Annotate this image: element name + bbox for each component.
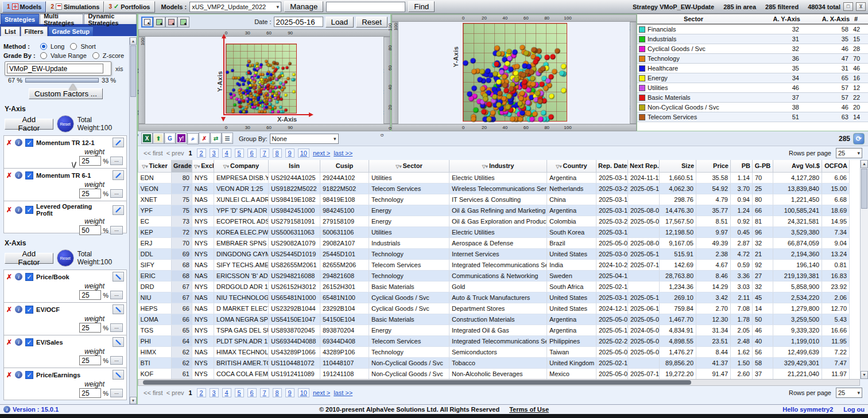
factor-info-icon[interactable]: i [15,206,22,214]
column-header-cusip[interactable]: Cusip [320,160,369,172]
filter-icon[interactable]: ▽▾ [223,164,229,169]
more-options-button[interactable]: ... [110,323,123,332]
weight-input[interactable] [79,225,101,235]
page-link-4[interactable]: 4 [222,149,231,158]
edit-factor-button[interactable] [113,337,124,347]
factor-checkbox[interactable]: ✓ [25,139,33,147]
column-header-isin[interactable]: Isin [269,160,320,172]
column-header-pb[interactable]: PB [731,160,753,172]
tab-grade-setup[interactable]: Grade Setup [48,26,94,36]
weight-input[interactable] [79,290,101,300]
edit-factor-button[interactable] [113,205,124,215]
factor-checkbox[interactable]: ✓ [25,306,33,314]
filter-icon[interactable]: ▽▾ [194,164,200,169]
method-short-radio[interactable] [70,43,77,50]
table-row[interactable]: KOF61NYSCOCA COLA FEMSAUS191241108919124… [138,368,850,379]
tab-multi-strategies[interactable]: Multi Strategies [40,14,83,24]
column-header-g-pb[interactable]: G-PB [753,160,773,172]
column-header-price[interactable]: Price [696,160,731,172]
factor-info-icon[interactable]: i [15,139,22,146]
window-dock-button[interactable]: ⊻ [856,2,866,11]
grid-vertical-scrollbar[interactable]: ▲ ▼ [860,160,868,379]
page-link-10[interactable]: 10 [298,388,309,397]
zoom-area-button[interactable]: ▲ [153,17,165,28]
factor-info-icon[interactable]: i [15,306,22,313]
app-tab-portfolios[interactable]: 3✓Portfolios [104,1,154,13]
page-link-9[interactable]: 9 [285,388,294,397]
page-link-4[interactable]: 4 [222,388,231,397]
table-row[interactable]: NIU67NASNIU TECHNOLOGIEUS65481N100065481… [138,292,850,303]
edit-factor-button[interactable] [113,370,124,380]
tab-filters[interactable]: Filters [21,26,48,36]
sector-row[interactable]: Technology364770 [637,54,868,64]
sector-row[interactable]: Energy346516 [637,73,868,83]
group-by-select[interactable]: None ▾ [270,134,339,144]
add-factor-button-y[interactable]: Add Factor [5,119,53,130]
page-link-8[interactable]: 8 [273,149,282,158]
preview-plot-canvas[interactable]: Y-Axis X-Axis [145,37,383,124]
remove-factor-icon[interactable]: ✗ [6,139,12,147]
last-page-link[interactable]: last >> [334,389,352,396]
column-header-company[interactable]: ▽▾Company [214,160,269,172]
scroll-up-icon[interactable]: ▲ [861,160,868,168]
col-count[interactable]: # [852,15,868,22]
column-header-ticker[interactable]: ▽▾Ticker [138,160,172,172]
load-button[interactable]: Load [326,17,354,28]
factor-checkbox[interactable]: ✓ [25,273,33,281]
grade-scatter-preview[interactable] [226,44,297,114]
window-restore-button[interactable]: □ [843,2,853,11]
remove-factor-icon[interactable]: ✗ [6,371,12,379]
weight-input[interactable] [79,189,101,198]
edit-factor-button[interactable] [113,272,124,282]
reset-weights-button-y[interactable]: Reset [57,115,74,132]
weight-input[interactable] [79,156,101,166]
scroll-down-icon[interactable]: ▼ [861,371,868,379]
edit-factor-button[interactable] [113,138,124,147]
sector-row[interactable]: Basic Materials375722 [637,93,868,103]
sector-row[interactable]: Utilities465712 [637,83,868,93]
strategy-name-input[interactable] [7,64,103,73]
select-area-button[interactable]: ▲ [141,17,153,28]
table-row[interactable]: TGS65NYSTSPA GAS DEL SURUS89387020458938… [138,325,850,335]
column-header-avg-vol-[interactable]: Avg Vol.$ [773,160,822,172]
last-page-link[interactable]: last >> [334,150,352,157]
next-page-link[interactable]: next > [313,150,330,157]
sector-row[interactable]: Non-Cyclical Goods / Svc384620 [637,103,868,112]
scrollbar-thumb[interactable] [130,45,136,97]
first-page-link[interactable]: << first [144,150,163,157]
column-header-rep-date[interactable]: Rep. Date [596,160,628,172]
sidebar-scrollbar[interactable]: ▲ ▼ [129,37,137,404]
scrollbar-thumb[interactable] [861,169,867,209]
table-row[interactable]: XNET75NASXUNLEI CL.A ADR 1:US98419E10829… [138,194,850,205]
col-a-y-axis[interactable]: A. Y-Axis [750,15,803,22]
factor-info-icon[interactable]: i [15,371,22,378]
reset-button[interactable]: Reset [356,17,388,28]
column-header-exch-[interactable]: ▽▾Exch. [192,160,214,172]
edit-factor-button[interactable] [113,304,124,314]
model-select[interactable]: xUS_VMP2_Update_2022 ▾ [189,2,281,12]
slider-thumb[interactable] [69,84,77,90]
table-row[interactable]: YPF75NYSYPF 'D' SPN.ADR 1:US984245100098… [138,205,850,216]
prev-page-link[interactable]: < prev [166,389,184,396]
clear-button[interactable]: ✗ [199,132,210,144]
table-row[interactable]: EC73NYSECOPETROL ADS 1:US279158109127915… [138,216,850,226]
yahoo-button[interactable]: y! [176,132,187,144]
remove-factor-icon[interactable]: ✗ [6,338,12,346]
table-row[interactable]: HIMX62NASHIMAX TECHNOLOUS43289P106643289… [138,346,850,357]
filter-icon[interactable]: ▽▾ [396,164,401,169]
terms-of-use-link[interactable]: Terms of Use [509,406,549,413]
gradeby-zscore-radio[interactable] [92,52,99,59]
tab-dynamic-strategies[interactable]: Dynamic Strategies [84,14,137,24]
column-header-sector[interactable]: ▽▾Sector [369,160,450,172]
page-link-7[interactable]: 7 [260,149,269,158]
rows-per-page-select[interactable]: 25▾ [836,388,862,398]
page-link-8[interactable]: 8 [273,388,282,397]
table-row[interactable]: HEPS66NASD MARKET ELECTRUS23292B10442329… [138,303,850,314]
scroll-down-icon[interactable]: ▼ [130,397,137,404]
tab-list[interactable]: List [1,26,20,36]
rows-per-page-select[interactable]: 25▾ [836,148,862,158]
table-row[interactable]: SIFY68NASSIFY TECHS.AMER.US82655M2061826… [138,259,850,270]
first-page-link[interactable]: << first [144,389,163,396]
factor-info-icon[interactable]: i [15,338,22,346]
page-link-6[interactable]: 6 [247,388,257,397]
